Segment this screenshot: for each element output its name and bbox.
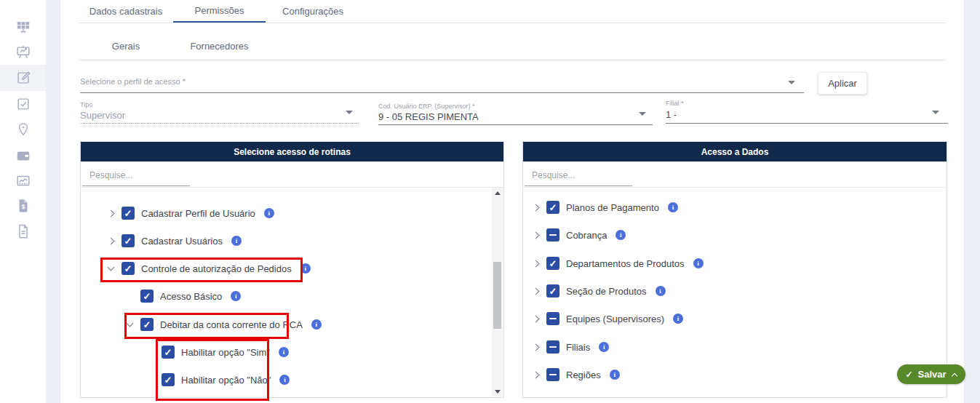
checkbox[interactable] — [121, 207, 135, 220]
chevron-right-icon[interactable] — [530, 202, 541, 212]
checkbox[interactable] — [546, 368, 559, 381]
chevron-down-icon[interactable] — [124, 319, 135, 330]
checkbox[interactable] — [121, 262, 135, 275]
chevron-right-icon[interactable] — [530, 370, 541, 380]
tab-permissoes[interactable]: Permissões — [173, 0, 266, 23]
info-icon[interactable]: i — [656, 286, 666, 296]
sidebar-item-tasks[interactable] — [0, 91, 46, 117]
svg-text:$: $ — [21, 204, 25, 210]
checkbox[interactable] — [140, 318, 154, 331]
sidebar-item-location[interactable] — [0, 116, 46, 143]
tree-row: Debitar da conta corrente do RCA i — [81, 316, 322, 332]
info-icon[interactable]: i — [610, 370, 620, 380]
checkbox[interactable] — [546, 228, 559, 242]
sidebar-item-wallet[interactable] — [0, 143, 46, 169]
tree-row: Controle de autorização de Pedidos i — [81, 260, 311, 276]
info-icon[interactable]: i — [279, 347, 289, 357]
checkbox[interactable] — [546, 340, 559, 354]
info-icon[interactable]: i — [231, 291, 241, 301]
sidebar: $ — [0, 0, 46, 403]
perfil-select-underline[interactable] — [80, 92, 804, 93]
checkbox-tasks-icon — [15, 96, 31, 112]
routines-scrollbar[interactable] — [492, 188, 503, 396]
perfil-select-label: Selecione o perfil de acesso * — [80, 77, 186, 86]
info-icon[interactable]: i — [264, 208, 274, 218]
info-icon[interactable]: i — [279, 375, 290, 385]
info-icon[interactable]: i — [599, 342, 609, 352]
tree-row: Cadastrar Usuários i — [81, 233, 242, 249]
chevron-up-icon — [952, 372, 957, 378]
sidebar-item-invoice[interactable]: $ — [0, 193, 46, 219]
aplicar-button[interactable]: Aplicar — [818, 72, 867, 95]
sidebar-item-document[interactable] — [0, 218, 46, 244]
data-access-panel: Acesso a Dados Planos de Pagamento i Cob… — [522, 141, 947, 398]
tipo-label: Tipo — [80, 101, 92, 108]
sidebar-item-dashboard[interactable] — [0, 14, 46, 40]
chevron-right-icon[interactable] — [530, 286, 541, 296]
filial-dropdown-arrow-icon[interactable] — [932, 111, 939, 114]
info-icon[interactable]: i — [311, 319, 322, 330]
tree-row: Departamentos de Produtos i — [523, 255, 704, 271]
dashboard-panel-icon — [15, 19, 31, 35]
tab-dados-cadastrais[interactable]: Dados cadastrais — [79, 0, 173, 23]
sidebar-item-edit[interactable] — [0, 65, 46, 91]
tab-configuracoes[interactable]: Configurações — [266, 0, 360, 23]
chevron-right-icon[interactable] — [530, 342, 541, 352]
checkbox[interactable] — [121, 234, 135, 247]
subtab-gerais[interactable]: Gerais — [79, 33, 173, 60]
sidebar-item-presentation[interactable] — [0, 39, 46, 65]
cod-usuario-underline[interactable] — [378, 124, 653, 125]
tabs-separator — [79, 23, 946, 23]
filial-underline[interactable] — [666, 123, 948, 124]
check-icon: ✓ — [905, 370, 912, 380]
chevron-down-icon[interactable] — [105, 263, 116, 274]
info-icon[interactable]: i — [673, 314, 683, 324]
tipo-underline — [80, 123, 359, 124]
tree-item-label: Regiões — [566, 370, 601, 380]
perfil-dropdown-arrow-icon[interactable] — [788, 81, 795, 84]
tree-item-label: Equipes (Supervisores) — [566, 314, 664, 324]
scrollbar-down-arrow-icon[interactable] — [492, 386, 503, 396]
checkbox[interactable] — [546, 257, 559, 270]
checkbox[interactable] — [162, 373, 175, 386]
info-icon[interactable]: i — [616, 230, 626, 240]
tipo-dropdown-arrow-icon[interactable] — [346, 111, 353, 114]
tab-label: Dados cadastrais — [89, 6, 162, 17]
invoice-dollar-icon: $ — [15, 198, 31, 214]
tab-label: Configurações — [282, 6, 343, 17]
sidebar-item-chart[interactable] — [0, 168, 46, 194]
checkbox[interactable] — [546, 284, 559, 298]
checkbox[interactable] — [546, 312, 559, 325]
aplicar-label: Aplicar — [828, 78, 857, 89]
checkbox[interactable] — [140, 290, 154, 303]
data-access-panel-header: Acesso a Dados — [523, 142, 947, 161]
cod-usuario-value: 9 - 05 REGIS PIMENTA — [378, 111, 479, 122]
chevron-right-icon[interactable] — [530, 230, 541, 240]
data-access-search-input[interactable] — [525, 167, 632, 186]
info-icon[interactable]: i — [693, 258, 704, 268]
tree-row: Planos de Pagamento i — [523, 199, 678, 215]
tab-label: Permissões — [195, 5, 244, 16]
filial-label: Filial * — [666, 100, 684, 107]
chevron-right-icon[interactable] — [105, 208, 116, 218]
routines-search-input[interactable] — [82, 167, 190, 186]
chevron-right-icon[interactable] — [530, 258, 541, 268]
tree-item-label: Habilitar opção "Sim" — [181, 347, 270, 358]
checkbox[interactable] — [162, 346, 175, 359]
tree-item-label: Planos de Pagamento — [566, 202, 659, 213]
subtab-fornecedores[interactable]: Fornecedores — [173, 33, 266, 60]
info-icon[interactable]: i — [231, 236, 242, 246]
app-root: $ Dados cadastrais Permissões Configuraç… — [0, 0, 980, 403]
info-icon[interactable]: i — [300, 263, 311, 274]
cod-usuario-dropdown-arrow-icon[interactable] — [639, 112, 646, 116]
checkbox[interactable] — [546, 201, 559, 214]
tree-item-label: Cobrança — [566, 230, 607, 241]
chevron-right-icon[interactable] — [105, 236, 116, 246]
tipo-value: Supervisor — [80, 110, 125, 121]
chevron-right-icon[interactable] — [530, 314, 541, 324]
info-icon[interactable]: i — [668, 202, 678, 212]
tree-row: Seção de Produtos i — [523, 283, 666, 299]
scrollbar-up-arrow-icon[interactable] — [492, 188, 503, 198]
scrollbar-thumb[interactable] — [493, 262, 501, 329]
salvar-button[interactable]: ✓ Salvar — [897, 364, 965, 384]
